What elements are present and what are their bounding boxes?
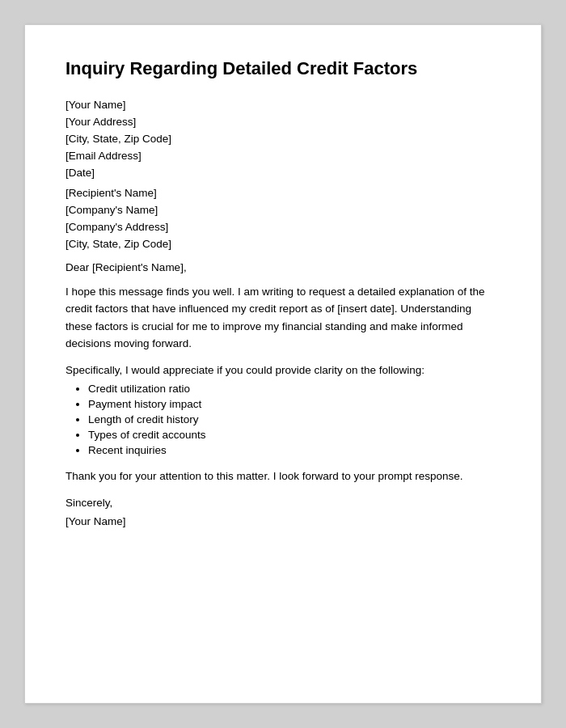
list-item: Types of credit accounts	[88, 429, 501, 441]
list-item: Recent inquiries	[88, 444, 501, 456]
closing-paragraph: Thank you for your attention to this mat…	[65, 468, 501, 485]
recipient-city-state-zip: [City, State, Zip Code]	[65, 238, 501, 250]
signature-name: [Your Name]	[65, 515, 501, 527]
recipient-company: [Company's Name]	[65, 204, 501, 216]
intro-paragraph: I hope this message finds you well. I am…	[65, 283, 501, 353]
list-item: Credit utilization ratio	[88, 383, 501, 395]
sender-name: [Your Name]	[65, 99, 501, 111]
bullet-intro-text: Specifically, I would appreciate if you …	[65, 364, 501, 376]
sincerely-text: Sincerely,	[65, 497, 501, 509]
sender-date: [Date]	[65, 167, 501, 179]
sender-email: [Email Address]	[65, 150, 501, 162]
list-item: Payment history impact	[88, 398, 501, 410]
salutation: Dear [Recipient's Name],	[65, 261, 501, 273]
page-background: Inquiry Regarding Detailed Credit Factor…	[0, 0, 566, 728]
list-item: Length of credit history	[88, 413, 501, 425]
sender-address: [Your Address]	[65, 116, 501, 128]
document-title: Inquiry Regarding Detailed Credit Factor…	[65, 57, 501, 81]
sender-city-state-zip: [City, State, Zip Code]	[65, 133, 501, 145]
document-container: Inquiry Regarding Detailed Credit Factor…	[24, 24, 542, 704]
recipient-name: [Recipient's Name]	[65, 187, 501, 199]
credit-factors-list: Credit utilization ratioPayment history …	[88, 383, 501, 456]
recipient-address-block: [Recipient's Name] [Company's Name] [Com…	[65, 187, 501, 250]
sender-address-block: [Your Name] [Your Address] [City, State,…	[65, 99, 501, 179]
recipient-address: [Company's Address]	[65, 221, 501, 233]
